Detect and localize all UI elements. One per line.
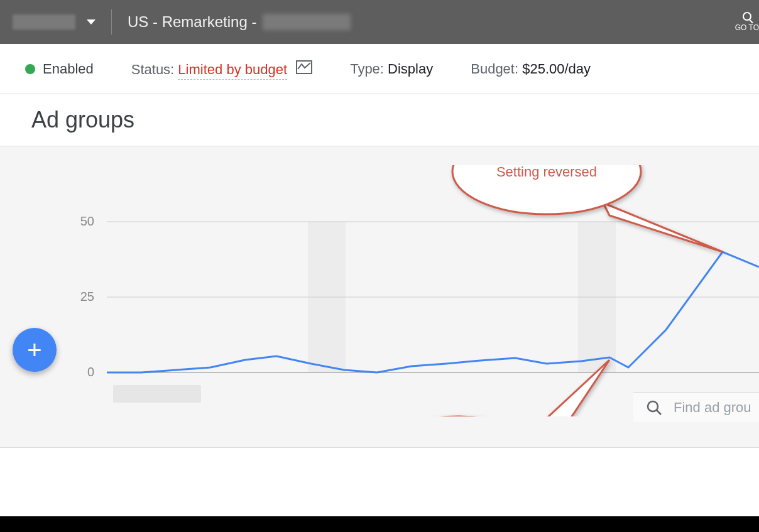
type-value: Display [388, 61, 433, 77]
search-placeholder: Find ad grou [674, 399, 751, 416]
page-title-text: Ad groups [31, 107, 134, 133]
account-name-blurred [13, 14, 75, 30]
search-icon [743, 12, 751, 21]
budget-label: Budget: [471, 61, 518, 77]
campaign-info-bar: Enabled Status: Limited by budget Type: … [0, 44, 759, 94]
y-tick-50: 50 [80, 214, 94, 228]
insights-icon[interactable] [296, 60, 312, 74]
status-value: Limited by budget [178, 62, 287, 80]
annotation-reversed-text: Setting reversed [496, 165, 597, 180]
chart-svg: 50 25 0 Setting reversed Setting changed [0, 165, 759, 416]
status-dot-icon [25, 64, 35, 74]
enabled-status[interactable]: Enabled [25, 61, 94, 77]
goto-button[interactable]: GO TO [735, 0, 759, 44]
account-switcher[interactable] [13, 14, 96, 30]
budget-value: $25.00/day [522, 61, 591, 77]
status-label: Status: [131, 62, 174, 77]
campaign-title-text: US - Remarketing - [128, 13, 256, 31]
search-icon [646, 399, 662, 416]
divider [111, 9, 112, 35]
goto-label: GO TO [735, 23, 759, 32]
y-tick-25: 25 [80, 290, 94, 303]
campaign-breadcrumb[interactable]: US - Remarketing - [128, 13, 351, 31]
find-ad-groups-search[interactable]: Find ad grou [633, 393, 759, 422]
y-tick-0: 0 [87, 365, 94, 379]
status-block[interactable]: Status: Limited by budget [131, 60, 312, 78]
type-label: Type: [350, 61, 384, 77]
series-line [107, 252, 759, 372]
enabled-label: Enabled [43, 61, 94, 77]
performance-chart: 50 25 0 Setting reversed Setting changed… [0, 146, 759, 448]
campaign-name-blurred [263, 14, 351, 30]
svg-point-5 [648, 401, 658, 411]
type-block: Type: Display [350, 61, 433, 77]
page-title: Ad groups [0, 94, 759, 146]
svg-line-6 [657, 410, 661, 415]
x-axis-label-blurred [113, 385, 201, 403]
budget-block[interactable]: Budget: $25.00/day [471, 61, 591, 77]
app-topbar: US - Remarketing - GO TO [0, 0, 759, 44]
chevron-down-icon [87, 19, 96, 24]
window-border [0, 516, 759, 532]
plus-icon: + [27, 336, 41, 364]
add-ad-group-button[interactable]: + [13, 328, 57, 372]
